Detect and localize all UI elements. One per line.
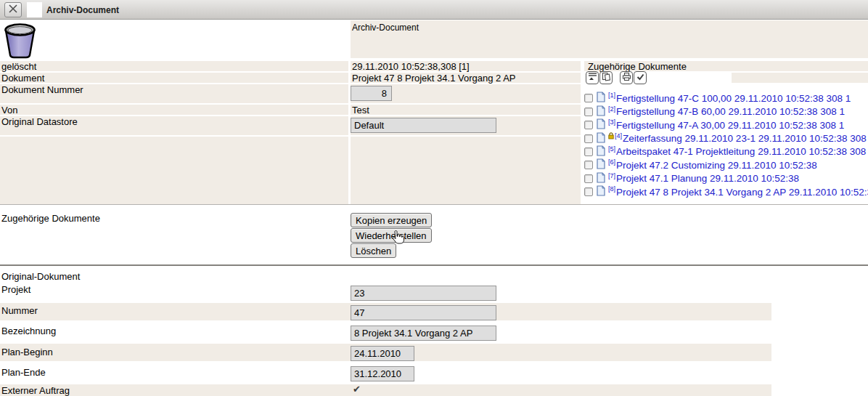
document-ref-number: [3] xyxy=(608,118,615,126)
plan-ende-label: Plan-Ende xyxy=(1,368,46,378)
document-ref-number: [8] xyxy=(608,185,615,193)
related-documents-list: [1] Fertigstellung 47-C 100,00 29.11.201… xyxy=(584,92,868,199)
document-checkbox[interactable] xyxy=(584,94,593,102)
dokument-nummer-field[interactable]: 8 xyxy=(351,86,392,101)
related-document-row: [4] Zeiterfassung 29.11.2010 23-1 29.11.… xyxy=(584,132,868,145)
related-document-row: [2] Fertigstellung 47-B 60,00 29.11.2010… xyxy=(584,105,868,118)
related-document-row: [1] Fertigstellung 47-C 100,00 29.11.201… xyxy=(584,92,868,105)
copy-button[interactable] xyxy=(599,71,613,84)
list-top-icon xyxy=(588,72,597,84)
bezeichnung-field[interactable]: 8 Projekt 34.1 Vorgang 2 AP xyxy=(351,326,496,341)
original-datastore-label: Original Datastore xyxy=(1,117,78,127)
nummer-field[interactable]: 47 xyxy=(351,305,496,320)
close-button[interactable] xyxy=(4,2,22,17)
document-ref-number: [4] xyxy=(615,132,622,140)
externer-auftrag-label: Externer Auftrag xyxy=(1,386,70,396)
actions-label: Zugehörige Dokumente xyxy=(1,214,100,224)
check-icon xyxy=(636,72,645,84)
window-icon-placeholder xyxy=(27,2,42,17)
document-checkbox[interactable] xyxy=(584,174,593,183)
von-label: Von xyxy=(1,105,17,116)
wiederherstellen-button[interactable]: Wiederherstellen xyxy=(351,228,432,243)
projekt-label: Projekt xyxy=(1,285,30,295)
section-divider xyxy=(0,264,868,266)
document-icon xyxy=(597,92,605,105)
trash-icon xyxy=(2,22,38,61)
document-link[interactable]: Projekt 47.1 Planung 29.11.2010 10:52:38 xyxy=(616,173,799,184)
document-link[interactable]: Fertigstellung 47-A 30,00 29.11.2010 10:… xyxy=(616,120,844,131)
section-divider xyxy=(0,204,868,205)
dokument-nummer-label: Dokument Nummer xyxy=(1,85,83,95)
document-checkbox[interactable] xyxy=(584,187,593,196)
related-document-row: [3] Fertigstellung 47-A 30,00 29.11.2010… xyxy=(584,118,868,132)
row-bg xyxy=(732,73,868,83)
document-ref-number: [2] xyxy=(608,105,615,113)
original-document-heading: Original-Dokument xyxy=(1,272,80,282)
dokument-value: Projekt 47 8 Projekt 34.1 Vorgang 2 AP xyxy=(352,73,515,84)
copy-icon xyxy=(602,72,611,84)
close-icon xyxy=(8,4,18,16)
list-top-button[interactable] xyxy=(586,71,599,84)
document-icon xyxy=(597,132,605,145)
deleted-label: gelöscht xyxy=(1,62,36,72)
row-bg xyxy=(0,73,348,83)
dokument-label: Dokument xyxy=(1,73,44,84)
row-bg xyxy=(351,137,581,204)
row-bg xyxy=(0,61,348,71)
document-checkbox[interactable] xyxy=(584,121,593,129)
related-document-row: [5] Arbeitspaket 47-1 Projektleitung 29.… xyxy=(584,145,868,158)
document-ref-number: [5] xyxy=(608,145,615,153)
row-bg xyxy=(0,384,771,396)
document-link[interactable]: Projekt 47 8 Projekt 34.1 Vorgang 2 AP 2… xyxy=(616,187,868,198)
von-value: Test xyxy=(352,105,369,116)
original-datastore-field[interactable]: Default xyxy=(351,118,496,133)
header-panel: Archiv-Document xyxy=(351,20,868,58)
related-document-row: [6] Projekt 47.2 Customizing 29.11.2010 … xyxy=(584,158,868,171)
document-link[interactable]: Fertigstellung 47-C 100,00 29.11.2010 10… xyxy=(616,93,851,104)
document-checkbox[interactable] xyxy=(584,134,593,143)
archiv-document-window: Archiv-Document Archiv-Document xyxy=(0,0,868,396)
related-document-row: [7] Projekt 47.1 Planung 29.11.2010 10:5… xyxy=(584,172,868,185)
check-all-button[interactable] xyxy=(634,71,647,84)
document-icon xyxy=(597,158,605,171)
related-documents-header: Zugehörige Dokumente xyxy=(588,62,687,72)
header-panel-title: Archiv-Document xyxy=(351,20,868,33)
document-link[interactable]: Projekt 47.2 Customizing 29.11.2010 10:5… xyxy=(616,160,817,171)
print-button[interactable] xyxy=(620,71,633,84)
document-checkbox[interactable] xyxy=(584,148,593,156)
row-bg xyxy=(0,105,348,115)
related-document-row: [8] Projekt 47 8 Projekt 34.1 Vorgang 2 … xyxy=(584,185,868,198)
document-ref-number: [6] xyxy=(608,158,615,166)
projekt-field[interactable]: 23 xyxy=(351,286,496,301)
row-bg xyxy=(351,105,581,115)
plan-ende-field[interactable]: 31.12.2010 xyxy=(351,366,414,381)
print-icon xyxy=(622,72,631,84)
plan-beginn-field[interactable]: 24.11.2010 xyxy=(351,346,414,361)
plan-beginn-label: Plan-Beginn xyxy=(1,347,53,357)
externer-auftrag-checkbox[interactable]: ✔ xyxy=(353,384,361,395)
document-checkbox[interactable] xyxy=(584,161,593,169)
title-bar: Archiv-Document xyxy=(0,0,868,20)
document-ref-number: [7] xyxy=(608,172,615,179)
document-link[interactable]: Zeiterfassung 29.11.2010 23-1 29.11.2010… xyxy=(623,133,868,144)
document-icon xyxy=(597,118,605,132)
document-checkbox[interactable] xyxy=(584,108,593,116)
document-ref-number: [1] xyxy=(608,92,615,99)
bezeichnung-label: Bezeichnung xyxy=(1,326,56,336)
window-title: Archiv-Document xyxy=(46,5,119,15)
document-link[interactable]: Arbeitspaket 47-1 Projektleitung 29.11.2… xyxy=(616,146,868,157)
document-icon xyxy=(597,185,605,198)
kopien-erzeugen-button[interactable]: Kopien erzeugen xyxy=(351,213,432,227)
nummer-label: Nummer xyxy=(1,306,38,316)
document-icon xyxy=(597,145,605,158)
row-bg xyxy=(0,137,348,204)
document-icon xyxy=(597,105,605,118)
document-link[interactable]: Fertigstellung 47-B 60,00 29.11.2010 10:… xyxy=(616,106,845,117)
deleted-timestamp: 29.11.2010 10:52:38,308 [1] xyxy=(352,62,470,72)
loeschen-button[interactable]: Löschen xyxy=(351,243,396,258)
document-icon xyxy=(597,172,605,185)
lock-icon xyxy=(608,131,614,142)
